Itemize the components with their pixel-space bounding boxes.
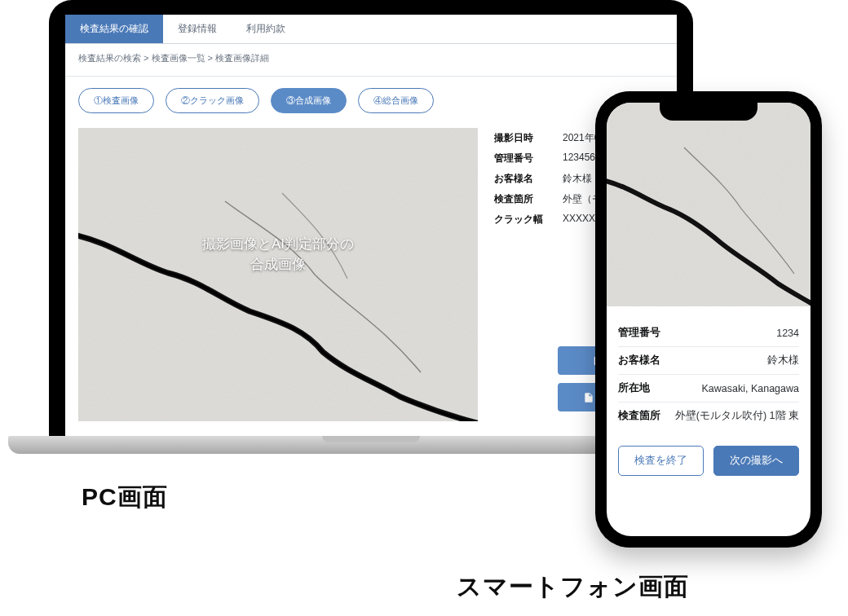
meta-value: Kawasaki, Kanagawa — [701, 383, 799, 394]
sp-app: 管理番号 1234 お客様名 鈴木様 所在地 Kawasaki, Kanagaw… — [607, 103, 810, 536]
svg-rect-3 — [607, 103, 810, 306]
pc-caption: PC画面 — [82, 481, 168, 514]
pill-overall-image[interactable]: ④総合画像 — [358, 88, 434, 113]
tab-registration-info[interactable]: 登録情報 — [163, 15, 232, 43]
sp-caption: スマートフォン画面 — [457, 570, 689, 604]
sp-row-customer: お客様名 鈴木様 — [618, 347, 799, 375]
pill-crack-image[interactable]: ②クラック画像 — [166, 88, 259, 113]
document-icon — [583, 392, 594, 403]
pill-inspection-image[interactable]: ①検査画像 — [78, 88, 154, 113]
meta-key: 検査箇所 — [494, 192, 551, 206]
tab-inspection-results[interactable]: 検査結果の確認 — [65, 15, 163, 43]
next-capture-button[interactable]: 次の撮影へ — [713, 446, 799, 476]
meta-key: 管理番号 — [618, 326, 660, 340]
sp-row-address: 所在地 Kawasaki, Kanagawa — [618, 375, 799, 403]
laptop-hinge-notch — [322, 436, 420, 442]
sp-row-location: 検査箇所 外壁(モルタル吹付) 1階 東 — [618, 403, 799, 429]
meta-key: 撮影日時 — [494, 131, 551, 145]
meta-value: 鈴木様 — [563, 172, 592, 186]
pc-app: 検査結果の確認 登録情報 利用約款 検査結果の検索 > 検査画像一覧 > 検査画… — [65, 15, 677, 436]
end-inspection-button[interactable]: 検査を終了 — [618, 446, 704, 476]
sp-row-mgmtno: 管理番号 1234 — [618, 319, 799, 347]
breadcrumb: 検査結果の検索 > 検査画像一覧 > 検査画像詳細 — [65, 44, 677, 77]
meta-key: クラック幅 — [494, 213, 551, 227]
meta-key: お客様名 — [494, 172, 551, 186]
phone-notch — [660, 103, 757, 121]
sp-action-buttons: 検査を終了 次の撮影へ — [607, 436, 810, 476]
composite-image-caption: 撮影画像とAI判定部分の 合成画像 — [202, 233, 354, 275]
meta-value: 外壁(モルタル吹付) 1階 東 — [675, 409, 799, 423]
composite-image: 撮影画像とAI判定部分の 合成画像 — [78, 128, 478, 421]
meta-key: 所在地 — [618, 381, 650, 395]
caption-line1: 撮影画像とAI判定部分の — [202, 235, 354, 251]
caption-line2: 合成画像 — [250, 257, 306, 272]
sp-meta-panel: 管理番号 1234 お客様名 鈴木様 所在地 Kawasaki, Kanagaw… — [607, 306, 810, 436]
phone-device: 管理番号 1234 お客様名 鈴木様 所在地 Kawasaki, Kanagaw… — [595, 91, 822, 548]
tab-terms[interactable]: 利用約款 — [232, 15, 300, 43]
meta-value: 1234 — [776, 328, 799, 339]
meta-key: お客様名 — [618, 354, 660, 367]
image-type-pills: ①検査画像 ②クラック画像 ③合成画像 ④総合画像 — [65, 77, 677, 121]
meta-key: 管理番号 — [494, 152, 551, 165]
meta-value: 鈴木様 — [767, 354, 799, 367]
pc-nav-tabs: 検査結果の確認 登録情報 利用約款 — [65, 15, 677, 44]
meta-value: 2021年0 — [563, 131, 599, 145]
meta-key: 検査箇所 — [618, 409, 660, 423]
pill-composite-image[interactable]: ③合成画像 — [271, 88, 347, 113]
sp-crack-image — [607, 103, 810, 306]
